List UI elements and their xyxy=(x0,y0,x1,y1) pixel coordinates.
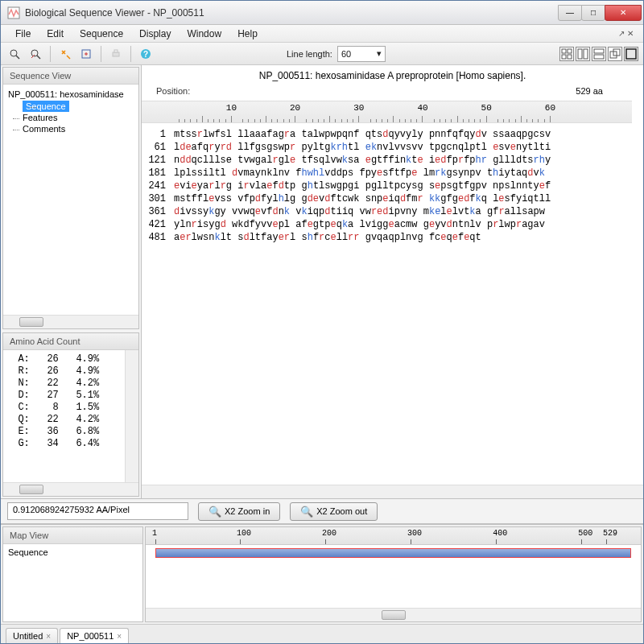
sequence-tree[interactable]: NP_000511: hexosaminidase Sequence Featu… xyxy=(3,85,138,315)
menu-sequence[interactable]: Sequence xyxy=(72,26,131,42)
line-length-label: Line length: xyxy=(287,49,332,59)
tab-close-icon[interactable]: × xyxy=(117,632,122,641)
aa-row: D: 27 5.1% xyxy=(6,390,122,402)
map-selection-bar[interactable] xyxy=(155,548,631,558)
sequence-body[interactable]: 1mtssrlwfsl llaaafagra talwpwpqnf qtsdqy… xyxy=(142,123,643,485)
window-title: Biological Sequence Viewer - NP_000511 xyxy=(25,7,559,19)
menu-display[interactable]: Display xyxy=(131,26,179,42)
sequence-line: 1mtssrlwfsl llaaafagra talwpwpqnf qtsdqy… xyxy=(145,128,640,141)
toolbar: ? Line length: 60▾ xyxy=(1,43,643,65)
map-view-header: Map View xyxy=(3,527,142,544)
aa-row: N: 22 4.2% xyxy=(6,378,122,390)
aa-count-vscroll[interactable] xyxy=(125,350,138,482)
svg-rect-18 xyxy=(594,55,604,59)
window-buttons: — □ ✕ xyxy=(559,5,642,21)
position-label: Position: xyxy=(156,86,190,96)
main-area: Sequence View NP_000511: hexosaminidase … xyxy=(1,65,643,498)
sequence-view-header: Sequence View xyxy=(3,68,138,85)
aa-count-header: Amino Acid Count xyxy=(3,333,138,350)
map-right-panel: 1100200300400500529 xyxy=(145,526,642,622)
tab-untitled[interactable]: Untitled× xyxy=(6,628,58,643)
svg-rect-17 xyxy=(594,49,604,53)
sequence-line: 421ylnrisygd wkdfyvvepl afegtpeqka lvigg… xyxy=(145,218,640,231)
tab-close-icon[interactable]: × xyxy=(46,632,51,641)
aa-count-hscroll[interactable] xyxy=(3,482,138,496)
tree-item-features[interactable]: Features xyxy=(5,112,137,123)
zoom-in-button[interactable]: 🔍X2 Zoom in xyxy=(198,502,280,521)
maximize-button[interactable]: □ xyxy=(581,5,605,21)
zoom-in-icon: 🔍 xyxy=(208,506,221,518)
aa-row: G: 34 6.4% xyxy=(6,438,122,450)
tree-item-sequence[interactable]: Sequence xyxy=(23,101,69,112)
map-track[interactable] xyxy=(155,547,631,561)
app-window: Biological Sequence Viewer - NP_000511 —… xyxy=(0,0,644,644)
menubar: File Edit Sequence Display Window Help ↗… xyxy=(1,25,643,43)
amino-acid-count-panel: Amino Acid Count A: 26 4.9% R: 26 4.9% N… xyxy=(2,332,139,497)
position-value: 529 aa xyxy=(576,86,603,96)
aa-row: C: 8 1.5% xyxy=(6,402,122,414)
sequence-display: NP_000511: hexosaminidase A preproprotei… xyxy=(142,65,643,498)
aa-count-table: A: 26 4.9% R: 26 4.9% N: 22 4.2% D: 27 5… xyxy=(3,350,125,482)
help-icon[interactable]: ? xyxy=(137,45,155,63)
export-icon[interactable] xyxy=(77,45,95,63)
layout-max-icon[interactable] xyxy=(624,47,638,61)
tab-np000511[interactable]: NP_000511× xyxy=(60,628,129,643)
left-column: Sequence View NP_000511: hexosaminidase … xyxy=(1,65,142,498)
tree-item-comments[interactable]: Comments xyxy=(5,123,137,134)
svg-point-3 xyxy=(31,50,38,56)
tree-root[interactable]: NP_000511: hexosaminidase xyxy=(5,88,137,101)
menu-help[interactable]: Help xyxy=(229,26,266,42)
svg-rect-15 xyxy=(578,49,582,59)
zoom-reset-icon[interactable] xyxy=(27,45,44,63)
sequence-view-panel: Sequence View NP_000511: hexosaminidase … xyxy=(2,67,139,329)
sequence-title: NP_000511: hexosaminidase A preproprotei… xyxy=(142,65,643,83)
layout-rows-icon[interactable] xyxy=(592,47,606,61)
position-bar: Position: 529 aa xyxy=(142,83,643,101)
map-view: Map View Sequence 1100200300400500529 xyxy=(1,524,643,624)
svg-rect-11 xyxy=(562,49,566,53)
aa-row: R: 26 4.9% xyxy=(6,365,122,378)
aa-row: Q: 22 4.2% xyxy=(6,414,122,426)
sequence-line: 481aerlwsnklt sdltfayerl shfrcellrr gvqa… xyxy=(145,231,640,244)
layout-cols-icon[interactable] xyxy=(576,47,590,61)
layout-buttons xyxy=(559,47,638,61)
zoom-out-button[interactable]: 🔍X2 Zoom out xyxy=(290,502,378,521)
tree-hscroll[interactable] xyxy=(3,315,138,328)
sequence-line: 241evieyarlrg irvlaefdtp ghtlswgpgi pgll… xyxy=(145,180,640,192)
zoom-out-icon: 🔍 xyxy=(300,506,313,518)
layout-grid-icon[interactable] xyxy=(559,47,574,61)
svg-rect-14 xyxy=(568,55,572,59)
document-tabs: Untitled× NP_000511× xyxy=(1,624,643,643)
sequence-line: 121nddqclllse tvwgalrgle tfsqlvwksa egtf… xyxy=(145,154,640,167)
svg-line-4 xyxy=(37,56,40,59)
app-icon xyxy=(7,6,20,19)
menu-edit[interactable]: Edit xyxy=(39,26,72,42)
minimize-button[interactable]: — xyxy=(558,5,582,21)
zoom-tool-icon[interactable] xyxy=(6,45,23,63)
sequence-ruler: 102030405060 xyxy=(142,101,632,123)
svg-point-1 xyxy=(10,50,17,56)
svg-rect-13 xyxy=(562,55,566,59)
zoom-bar: 0.912068924275932 AA/Pixel 🔍X2 Zoom in 🔍… xyxy=(1,498,643,524)
menu-window[interactable]: Window xyxy=(179,26,229,42)
svg-rect-21 xyxy=(626,49,636,59)
map-ruler: 1100200300400500529 xyxy=(146,527,641,545)
map-hscroll[interactable] xyxy=(146,608,641,621)
zoom-ratio-input[interactable]: 0.912068924275932 AA/Pixel xyxy=(7,502,188,520)
svg-line-2 xyxy=(16,56,19,59)
svg-text:?: ? xyxy=(143,50,148,59)
dock-controls[interactable]: ↗ ✕ xyxy=(618,29,637,38)
line-length-control: Line length: 60▾ xyxy=(287,46,386,62)
aa-row: E: 36 6.8% xyxy=(6,426,122,438)
aa-row: A: 26 4.9% xyxy=(6,353,122,365)
find-icon[interactable] xyxy=(56,45,74,63)
line-length-select[interactable]: 60▾ xyxy=(337,46,386,62)
menu-file[interactable]: File xyxy=(7,26,39,42)
layout-float-icon[interactable] xyxy=(608,47,622,61)
seq-hscroll[interactable] xyxy=(142,485,643,498)
print-icon[interactable] xyxy=(107,45,125,63)
close-button[interactable]: ✕ xyxy=(605,5,642,21)
svg-rect-12 xyxy=(568,49,572,53)
svg-rect-7 xyxy=(113,52,119,56)
svg-rect-8 xyxy=(114,50,118,52)
